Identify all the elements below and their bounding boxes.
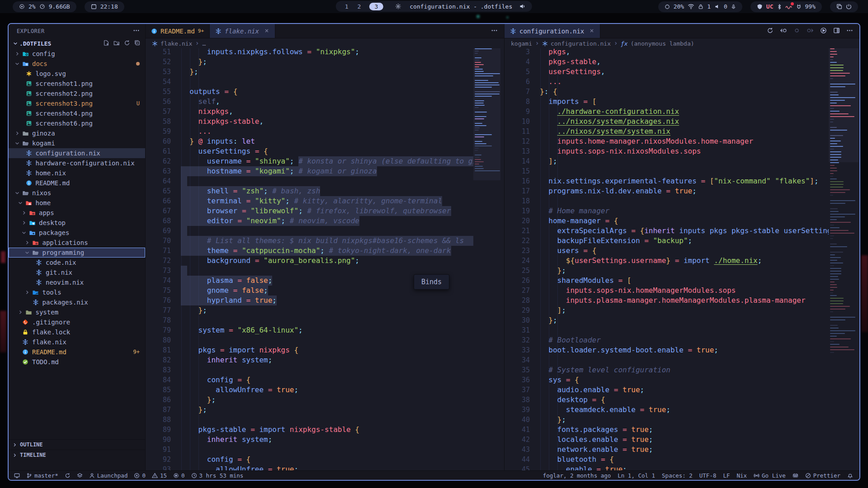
- bluetooth-icon[interactable]: [777, 4, 782, 10]
- collapse-all-icon[interactable]: [134, 40, 141, 47]
- tree-folder-home[interactable]: home: [9, 198, 145, 208]
- tree-folder-ginoza[interactable]: ginoza: [9, 128, 145, 138]
- status-lf[interactable]: LF: [723, 472, 730, 479]
- status-display[interactable]: [14, 473, 20, 479]
- tree-folder-packages[interactable]: packages: [9, 228, 145, 238]
- tree-file-neovim-nix[interactable]: neovim.nix: [9, 277, 145, 287]
- tree-file-screenshot3-png[interactable]: screenshot3.pngU: [9, 99, 145, 108]
- tree-folder-kogami[interactable]: kogami: [9, 138, 145, 148]
- breadcrumb-item[interactable]: configuration.nix: [551, 40, 611, 47]
- status-target[interactable]: 0: [173, 472, 185, 479]
- tree-folder-programming[interactable]: programming: [9, 248, 145, 258]
- tab-configuration-active[interactable]: configuration.nix: [505, 24, 600, 38]
- tree-file-readme-md[interactable]: README.md: [9, 178, 145, 188]
- tree-file-screenshot4-png[interactable]: screenshot4.png: [9, 108, 145, 118]
- status-slash[interactable]: Prettier: [805, 472, 840, 479]
- minimap-mark: [830, 271, 841, 272]
- tree-file--gitignore[interactable]: .gitignore: [9, 317, 145, 327]
- tree-file-packages-nix[interactable]: packages.nix: [9, 297, 145, 307]
- status-error[interactable]: 0: [134, 472, 146, 479]
- tree-file-hardware-configuration-nix[interactable]: hardware-configuration.nix: [9, 158, 145, 168]
- tree-folder-config[interactable]: config: [9, 49, 145, 59]
- close-tab-icon[interactable]: [589, 28, 594, 35]
- workspace-3-active[interactable]: 3: [369, 3, 383, 10]
- workspace-2[interactable]: 2: [355, 3, 364, 10]
- refresh-icon[interactable]: [767, 27, 774, 35]
- new-folder-icon[interactable]: [113, 40, 120, 47]
- navigate-back-icon[interactable]: [780, 27, 787, 35]
- refresh-icon[interactable]: [124, 40, 130, 47]
- left-code-editor[interactable]: 5152535455565758596061626364656667686970…: [146, 48, 504, 470]
- microphone-icon[interactable]: [731, 4, 736, 10]
- copy-icon[interactable]: [836, 4, 842, 9]
- tree-file-code-nix[interactable]: code.nix: [9, 258, 145, 267]
- volume-icon[interactable]: [519, 3, 526, 9]
- timeline-section[interactable]: TIMELINE: [9, 450, 145, 460]
- tree-file-screenshot2-png[interactable]: screenshot2.png: [9, 89, 145, 99]
- workspace-1[interactable]: 1: [342, 3, 351, 10]
- split-editor-icon[interactable]: [833, 27, 840, 35]
- outline-section[interactable]: OUTLINE: [9, 439, 145, 450]
- breadcrumb-item[interactable]: kogami: [511, 40, 532, 47]
- tree-item-label: screenshot2.png: [36, 90, 93, 97]
- circle-icon[interactable]: [793, 27, 800, 35]
- speaker-icon[interactable]: [714, 4, 720, 9]
- code-line-52: };: [181, 57, 207, 67]
- tree-folder-desktop[interactable]: desktop: [9, 218, 145, 228]
- status-branch[interactable]: master*: [26, 472, 58, 479]
- breadcrumb-item[interactable]: …: [202, 40, 206, 47]
- tab-flake-active[interactable]: flake.nix: [210, 24, 275, 38]
- status-bell[interactable]: [847, 473, 853, 479]
- code-line-75: gnome = false;: [181, 286, 268, 296]
- right-minimap[interactable]: [829, 48, 859, 470]
- status-layers[interactable]: [77, 473, 83, 479]
- status-cart[interactable]: [793, 473, 798, 479]
- tree-folder-apps[interactable]: apps: [9, 208, 145, 218]
- workspace-root-row[interactable]: .DOTFILES: [9, 38, 145, 48]
- shield-icon[interactable]: [757, 4, 763, 9]
- navigate-forward-icon[interactable]: [807, 27, 814, 35]
- tree-file-readme-md[interactable]: README.md9+: [9, 347, 145, 357]
- more-actions-icon[interactable]: [846, 27, 853, 35]
- power-icon[interactable]: [846, 4, 852, 9]
- tree-file-todo-md[interactable]: TODO.md: [9, 357, 145, 367]
- tree-folder-tools[interactable]: tools: [9, 287, 145, 297]
- run-code-icon[interactable]: [820, 27, 827, 35]
- status-foglar-2-months-ago[interactable]: foglar, 2 months ago: [543, 472, 611, 479]
- left-minimap[interactable]: [473, 48, 500, 470]
- tree-file-flake-lock[interactable]: flake.lock: [9, 327, 145, 337]
- tree-file-screenshot1-png[interactable]: screenshot1.png: [9, 79, 145, 89]
- tree-file-home-nix[interactable]: home.nix: [9, 168, 145, 178]
- new-file-icon[interactable]: [103, 40, 109, 47]
- tree-file-screenshot6-png[interactable]: screenshot6.png: [9, 118, 145, 128]
- status-spaces-2[interactable]: Spaces: 2: [662, 472, 693, 479]
- status-ln-1-col-1[interactable]: Ln 1, Col 1: [618, 472, 655, 479]
- status-utf-8[interactable]: UTF-8: [699, 472, 717, 479]
- tree-file-configuration-nix[interactable]: configuration.nix: [9, 148, 145, 158]
- tree-folder-docs[interactable]: docs: [9, 59, 145, 69]
- explorer-more-actions-icon[interactable]: [133, 27, 140, 35]
- more-actions-icon[interactable]: [491, 27, 498, 35]
- tree-file-git-nix[interactable]: git.nix: [9, 267, 145, 277]
- breadcrumb-item[interactable]: flake.nix: [160, 40, 192, 47]
- media-wave-icon[interactable]: [785, 4, 793, 9]
- tree-file-logo-svg[interactable]: logo.svg: [9, 69, 145, 79]
- status-nix[interactable]: Nix: [737, 472, 747, 479]
- tab-readme[interactable]: README.md 9+: [146, 24, 210, 38]
- tree-folder-applications[interactable]: applications: [9, 238, 145, 248]
- tree-folder-nixos[interactable]: nixos: [9, 188, 145, 198]
- tree-file-flake-nix[interactable]: flake.nix: [9, 337, 145, 347]
- status-broadcast[interactable]: Go Live: [754, 472, 786, 479]
- status-clock[interactable]: 3 hrs 53 mins: [191, 472, 244, 479]
- minimap-slider[interactable]: [473, 48, 500, 180]
- right-code-editor[interactable]: 3456789101112131415161718192021222324252…: [505, 48, 859, 470]
- tree-folder-system[interactable]: system: [9, 307, 145, 317]
- keyboard-layout[interactable]: UC: [766, 3, 774, 10]
- close-tab-icon[interactable]: [264, 28, 269, 35]
- line-number: 43: [507, 445, 530, 455]
- breadcrumb-item[interactable]: (anonymous lambda): [631, 40, 694, 47]
- status-warning[interactable]: 15: [152, 472, 167, 479]
- status-person[interactable]: Launchpad: [89, 472, 128, 479]
- status-sync[interactable]: [65, 473, 71, 479]
- wifi-icon[interactable]: [688, 4, 694, 9]
